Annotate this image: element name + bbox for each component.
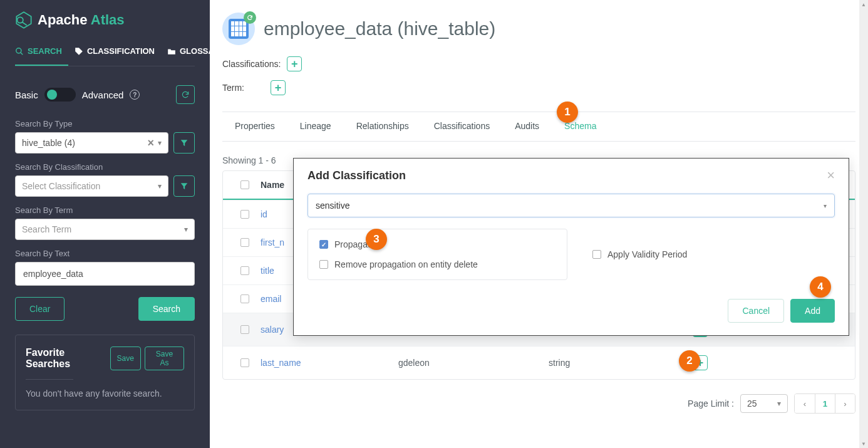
sidebar: Apache Atlas SEARCH CLASSIFICATION GLOSS… [0,0,210,448]
column-type: string [549,358,693,368]
modal-add-button[interactable]: Add [790,299,835,323]
classification-select[interactable]: sensitive ▾ [307,194,835,217]
search-term-placeholder: Search Term [22,224,71,234]
page-limit-value: 25 [747,399,757,409]
nav-tab-classification-label: CLASSIFICATION [87,46,155,56]
callout-1: 1 [557,102,578,123]
callout-2: 2 [679,350,700,372]
tag-icon [75,47,83,56]
caret-down-icon: ▾ [158,138,162,147]
caret-down-icon: ▾ [184,225,188,234]
callout-4: 4 [810,276,831,298]
scroll-down-arrow[interactable]: ▼ [859,439,868,448]
favorites-title: Favorite Searches [26,347,110,370]
favorites-empty-text: You don't have any favorite search. [26,388,184,399]
svg-line-4 [21,52,23,55]
pager-current-page[interactable]: 1 [815,394,835,413]
select-all-checkbox[interactable] [240,180,249,189]
callout-3: 3 [366,229,387,250]
row-checkbox[interactable] [240,238,249,247]
search-classification-select[interactable]: Select Classification ▾ [15,175,168,197]
entity-type-icon [222,13,255,45]
search-classification-label: Search By Classification [15,162,195,172]
classification-select-value: sensitive [316,201,349,211]
nav-tab-glossary-label: GLOSSARY [180,46,225,56]
modal-close-button[interactable]: × [827,169,835,182]
detail-tab-classifications[interactable]: Classifications [421,112,502,141]
mode-advanced-label: Advanced [82,90,124,100]
svg-point-3 [16,48,21,53]
propagate-options: Propagate Remove propagation on entity d… [307,229,567,280]
pager-prev-button[interactable]: ‹ [795,394,815,413]
classification-filter-button[interactable] [173,175,195,197]
mode-basic-label: Basic [15,90,38,100]
table-row: last_namegdeleonstring+ [223,346,855,379]
validity-period-checkbox[interactable] [592,250,601,259]
modal-title: Add Classification [307,169,406,182]
favorites-panel: Favorite Searches Save Save As You don't… [15,335,195,410]
search-button[interactable]: Search [138,297,195,321]
svg-point-1 [18,17,23,23]
add-classification-button[interactable]: + [287,56,302,71]
filter-icon [180,182,189,190]
svg-line-2 [23,23,27,26]
row-checkbox[interactable] [240,358,249,367]
detail-tabs: PropertiesLineageRelationshipsClassifica… [222,112,855,142]
brand-logo: Apache Atlas [15,11,195,29]
mode-toggle[interactable] [44,88,76,102]
pager-nav: ‹ 1 › [794,393,855,414]
pager: Page Limit : 25 ▾ ‹ 1 › [222,393,855,414]
nav-tab-glossary[interactable]: GLOSSARY [161,41,231,66]
caret-down-icon: ▾ [824,202,827,209]
detail-tab-audits[interactable]: Audits [502,112,552,141]
clear-type-icon[interactable]: × [147,137,154,148]
entity-title: employee_data (hive_table) [264,18,495,39]
refresh-icon [181,90,190,99]
svg-marker-0 [16,12,31,28]
filter-icon [180,138,189,147]
refresh-button[interactable] [176,85,195,104]
modal-cancel-button[interactable]: Cancel [728,299,784,323]
clear-button[interactable]: Clear [15,297,65,321]
search-term-select[interactable]: Search Term ▾ [15,219,195,240]
favorites-save-button[interactable]: Save [110,346,141,370]
type-filter-button[interactable] [173,132,195,154]
search-type-value: hive_table (4) [22,138,75,148]
row-checkbox[interactable] [240,325,249,334]
row-checkbox[interactable] [240,210,249,219]
nav-tab-classification[interactable]: CLASSIFICATION [68,41,161,66]
help-icon[interactable]: ? [130,90,140,100]
term-label: Term: [222,83,244,93]
caret-down-icon: ▾ [777,399,781,408]
entity-header: employee_data (hive_table) [222,13,855,45]
column-name-link[interactable]: last_name [261,358,398,368]
nav-tab-search[interactable]: SEARCH [15,41,68,66]
search-type-label: Search By Type [15,119,195,128]
search-term-label: Search By Term [15,206,195,215]
search-text-label: Search By Text [15,249,195,258]
atlas-logo-icon [15,11,33,29]
sidebar-nav: SEARCH CLASSIFICATION GLOSSARY [15,41,195,66]
brand-text-2: Atlas [91,12,125,28]
detail-tab-properties[interactable]: Properties [222,112,287,141]
row-checkbox[interactable] [240,266,249,275]
outer-scrollbar[interactable]: ▲ ▼ [859,0,868,448]
search-mode-row: Basic Advanced ? [15,85,195,104]
nav-tab-search-label: SEARCH [28,46,62,56]
search-classification-placeholder: Select Classification [22,181,100,191]
caret-down-icon: ▾ [158,182,162,190]
search-text-input[interactable] [15,262,195,286]
remove-propagation-checkbox[interactable] [319,260,328,269]
detail-tab-relationships[interactable]: Relationships [344,112,421,141]
favorites-saveas-button[interactable]: Save As [145,346,184,370]
pager-next-button[interactable]: › [835,394,855,413]
scroll-up-arrow[interactable]: ▲ [859,0,868,9]
page-limit-select[interactable]: 25 ▾ [740,394,788,413]
search-icon [15,47,24,56]
sync-badge-icon [244,11,256,24]
detail-tab-lineage[interactable]: Lineage [287,112,344,141]
search-type-select[interactable]: hive_table (4) × ▾ [15,132,168,154]
row-checkbox[interactable] [240,294,249,303]
propagate-checkbox[interactable] [319,240,328,249]
add-term-button[interactable]: + [271,80,286,95]
